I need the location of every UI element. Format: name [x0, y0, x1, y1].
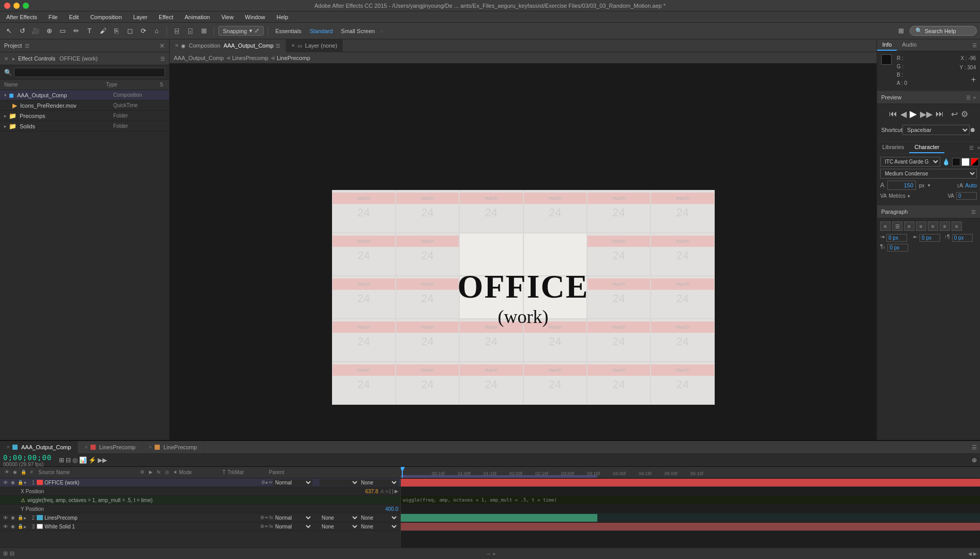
- close-button[interactable]: [4, 3, 10, 9]
- tl-tab-close[interactable]: ✕: [6, 445, 10, 450]
- timeline-tab-lines[interactable]: ✕ LinesPrecomp: [78, 441, 142, 454]
- layer-icon-3[interactable]: ✏: [269, 480, 273, 485]
- font-family-select[interactable]: ITC Avant Garde G: [880, 157, 940, 167]
- tl-fast-preview-btn[interactable]: ▶▶: [98, 457, 107, 464]
- x-position-value[interactable]: 637.8: [365, 489, 378, 494]
- tab-composition-aaa[interactable]: ✕ ◉ Composition AAA_Output_Comp ☰: [170, 39, 286, 52]
- track-bar-3[interactable]: [401, 523, 980, 531]
- layer-vis-3[interactable]: 👁: [2, 524, 9, 529]
- text-color-box[interactable]: [952, 158, 960, 166]
- justify-right-btn[interactable]: ≡: [940, 222, 950, 231]
- camera-orbit-tool[interactable]: 🎥: [30, 25, 41, 37]
- layer-mode-select-2[interactable]: Normal: [273, 514, 312, 521]
- paragraph-menu[interactable]: ☰: [971, 209, 976, 215]
- tracking-arrow[interactable]: ▾: [908, 194, 910, 199]
- shortcut-icon[interactable]: ⏺: [970, 126, 976, 134]
- tl-draft-btn[interactable]: ⚡: [88, 457, 96, 464]
- space-after-input[interactable]: [887, 244, 908, 252]
- expand-icon[interactable]: ▸: [4, 113, 7, 119]
- bg-color-box[interactable]: [961, 158, 970, 166]
- justify-all-btn[interactable]: ≡: [952, 222, 962, 231]
- tl-frame-blend-btn[interactable]: ⊟: [66, 457, 71, 464]
- project-search-input[interactable]: [14, 68, 165, 77]
- brush-tool[interactable]: 🖌: [97, 25, 109, 37]
- menu-layer[interactable]: Layer: [131, 13, 150, 21]
- track-bar-2[interactable]: [401, 514, 597, 522]
- timeline-tab-line[interactable]: ✕ LinePrecomp: [142, 441, 204, 454]
- info-panel-menu[interactable]: ☰: [969, 39, 980, 51]
- layer-mode-select-3[interactable]: Normal: [273, 523, 312, 530]
- layer-parent-3[interactable]: None: [359, 523, 398, 530]
- layer-vis-2[interactable]: 👁: [2, 515, 9, 521]
- xpos-play-icon[interactable]: ▶: [395, 489, 398, 494]
- layer-solo-3[interactable]: ◉: [9, 524, 17, 529]
- eyedropper-icon[interactable]: 💧: [942, 158, 950, 166]
- tab-libraries[interactable]: Libraries: [877, 142, 909, 153]
- align-right-btn[interactable]: ≡: [904, 222, 914, 231]
- indent-left-input[interactable]: [886, 234, 907, 242]
- tl-nav-right[interactable]: ▶: [973, 551, 977, 556]
- shortcut-select[interactable]: Spacebar: [902, 125, 970, 135]
- tracking-input[interactable]: [956, 192, 977, 200]
- new-solo-composition[interactable]: ⊟: [10, 550, 14, 557]
- eraser-tool[interactable]: ◻: [124, 25, 135, 37]
- tl-tab-close[interactable]: ✕: [148, 445, 153, 450]
- layer-icon-8[interactable]: ✏: [265, 524, 269, 529]
- tab-layer[interactable]: ✕ ▭ Layer (none): [286, 39, 343, 52]
- pen-tool[interactable]: ✏: [70, 25, 82, 37]
- preview-settings-btn[interactable]: ⚙: [961, 109, 968, 119]
- layer-expand-3[interactable]: ▸: [24, 524, 26, 529]
- breadcrumb-lines[interactable]: LinesPrecomp: [232, 55, 268, 61]
- layer-row-3[interactable]: 👁 ◉ 🔒 ▸ 3 White Solid 1 ⚙ ✏ fx Normal No…: [0, 522, 400, 531]
- character-expand[interactable]: »: [977, 142, 980, 153]
- zoom-out-timeline[interactable]: −: [487, 551, 490, 557]
- breadcrumb-line[interactable]: LinePrecomp: [277, 55, 310, 61]
- maximize-button[interactable]: [23, 3, 29, 9]
- pan-behind-tool[interactable]: ⊕: [43, 25, 55, 37]
- tl-menu-btn[interactable]: ☰: [972, 444, 977, 451]
- align-left-tool[interactable]: ⌸: [171, 25, 183, 37]
- comp-panel-menu[interactable]: ☰: [276, 43, 280, 49]
- preview-expand[interactable]: »: [973, 95, 976, 100]
- ec-close[interactable]: ✕: [4, 56, 8, 62]
- breadcrumb-aaa[interactable]: AAA_Output_Comp: [174, 55, 224, 61]
- layer-icon-6[interactable]: fx: [269, 515, 273, 520]
- layer-icon-2[interactable]: ▸: [266, 480, 268, 485]
- preview-loop-btn[interactable]: ↩: [951, 109, 958, 119]
- layer-icon-5[interactable]: ✏: [265, 515, 269, 520]
- playhead[interactable]: [402, 467, 403, 478]
- tab-info[interactable]: Info: [877, 39, 897, 51]
- layer-solo-1[interactable]: ◉: [9, 480, 17, 485]
- layer-icon-9[interactable]: fx: [269, 524, 273, 529]
- expand-icon[interactable]: ▸: [4, 124, 7, 129]
- workspace-small-screen[interactable]: Small Screen: [338, 27, 378, 35]
- layer-icon-1[interactable]: ⚙: [261, 480, 265, 485]
- rotation-tool[interactable]: ↺: [17, 25, 28, 37]
- space-before-input[interactable]: [952, 234, 973, 242]
- y-position-value[interactable]: 400.0: [385, 506, 398, 512]
- menu-help[interactable]: Help: [275, 13, 291, 21]
- tl-motion-blur-btn[interactable]: ◎: [72, 457, 78, 464]
- roto-tool[interactable]: ⟳: [138, 25, 149, 37]
- 3d-tool[interactable]: ⊞: [198, 25, 209, 37]
- tl-tab-close[interactable]: ✕: [84, 445, 88, 450]
- selection-tool[interactable]: ↖: [3, 25, 14, 37]
- preview-prev-btn[interactable]: ◀: [900, 109, 907, 119]
- menu-composition[interactable]: Composition: [88, 13, 124, 21]
- project-item-aaa-output-comp[interactable]: ▾ ◼ AAA_Output_Comp Composition: [0, 90, 169, 100]
- font-style-select[interactable]: Medium Condense: [880, 169, 977, 179]
- font-size-input[interactable]: [887, 181, 916, 190]
- layer-expand-1[interactable]: ▾: [24, 480, 26, 486]
- timeline-timecode[interactable]: 0;00;00;00: [3, 453, 52, 462]
- menu-file[interactable]: File: [47, 13, 60, 21]
- xpos-expression-icon[interactable]: { }: [389, 489, 394, 494]
- maximize-panel[interactable]: ⊞: [895, 25, 907, 37]
- tl-hide-shy-btn[interactable]: ⊞: [59, 457, 64, 464]
- tab-character[interactable]: Character: [909, 142, 944, 153]
- timeline-ruler[interactable]: 00:15f 01:00f 01:15f 02:00f 02:15f 03:00…: [401, 467, 980, 478]
- project-item-solids[interactable]: ▸ 📁 Solids Folder: [0, 121, 169, 131]
- new-comp-from-selection[interactable]: ⊞: [3, 550, 8, 557]
- snapping-control[interactable]: Snapping ▾ ⤢: [218, 26, 264, 36]
- preview-first-btn[interactable]: ⏮: [889, 109, 897, 119]
- layer-expand-2[interactable]: ▸: [24, 515, 26, 521]
